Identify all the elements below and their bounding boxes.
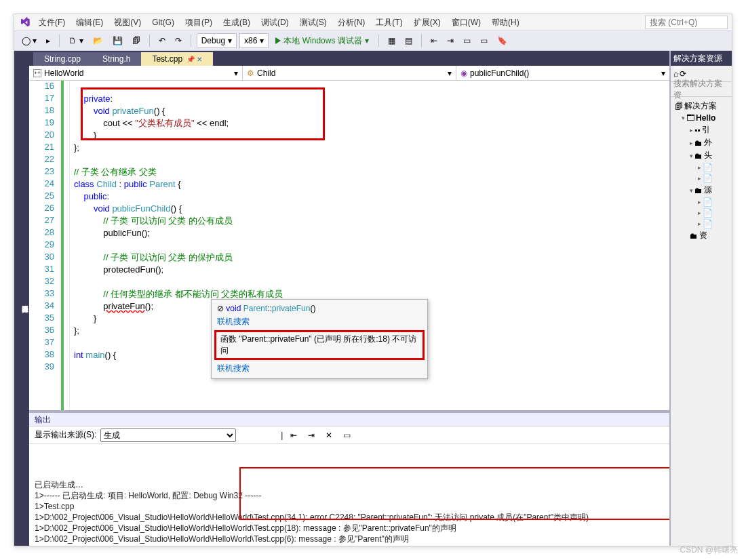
tooltip-search-link-2[interactable]: 联机搜索 [212, 361, 427, 376]
tab-string-cpp[interactable]: String.cpp [33, 52, 92, 66]
separator [149, 35, 150, 47]
tree-references[interactable]: ▸▪▪ 引 [672, 123, 730, 136]
tool-icon[interactable]: ▦ [385, 33, 399, 48]
document-tabs: String.cpp String.h Test.cpp📌 ✕ [29, 51, 669, 66]
menu-help[interactable]: 帮助(H) [488, 16, 524, 30]
tree-file[interactable]: ▸📄 [672, 218, 730, 229]
output-toolbar: 显示输出来源(S): 生成 | ⇤ ⇥ ✕ ▭ [29, 426, 669, 444]
fold-column[interactable] [60, 81, 70, 410]
separator [421, 35, 422, 47]
separator [378, 35, 379, 47]
save-all-button[interactable]: 🗐 [129, 33, 144, 48]
indent-out-icon[interactable]: ⇤ [427, 33, 441, 48]
undo-button[interactable]: ↶ [155, 33, 169, 48]
solution-tree[interactable]: 🗐 解决方案 ▾🗔 Hello ▸▪▪ 引 ▸🖿 外 ▾🖿 头 ▸📄 ▸📄 ▾🖿… [671, 97, 732, 245]
comment-icon[interactable]: ▭ [460, 33, 474, 48]
menu-bar: 文件(F) 编辑(E) 视图(V) Git(G) 项目(P) 生成(B) 调试(… [14, 14, 732, 31]
quick-search[interactable] [645, 16, 728, 29]
play-icon [275, 37, 281, 44]
config-dropdown[interactable]: Debug ▾ [197, 33, 237, 48]
tooltip-signature: ⊘ void Parent::privateFun() [212, 302, 427, 315]
menu-window[interactable]: 窗口(W) [448, 16, 485, 30]
tree-solution-root[interactable]: 🗐 解决方案 [672, 100, 730, 113]
menu-extensions[interactable]: 扩展(X) [410, 16, 445, 30]
tool-icon[interactable]: ▤ [401, 33, 416, 48]
tab-test-cpp[interactable]: Test.cpp📌 ✕ [141, 52, 212, 66]
save-button[interactable]: 💾 [109, 33, 126, 48]
solution-explorer-title: 解决方案资源管 [671, 51, 732, 66]
menu-file[interactable]: 文件(F) [35, 16, 69, 30]
out-tool-icon[interactable]: ✕ [322, 428, 336, 443]
solution-search[interactable]: 搜索解决方案资 [671, 82, 732, 97]
separator [191, 35, 191, 47]
class-dropdown[interactable]: ⚙Child▾ [243, 66, 456, 80]
output-panel: 输出 显示输出来源(S): 生成 | ⇤ ⇥ ✕ ▭ 已启动生成…1>-----… [29, 410, 669, 546]
output-source-label: 显示输出来源(S): [35, 429, 96, 441]
menu-debug[interactable]: 调试(D) [257, 16, 293, 30]
tree-headers[interactable]: ▾🖿 头 [672, 149, 730, 162]
new-item-button[interactable]: 🗋 ▾ [65, 33, 86, 48]
nav-back-button[interactable]: ◯ ▾ [18, 33, 40, 48]
menu-view[interactable]: 视图(V) [110, 16, 145, 30]
redo-button[interactable]: ↷ [172, 33, 185, 48]
solution-explorer: 解决方案资源管 ⌂ ⟳ 搜索解决方案资 🗐 解决方案 ▾🗔 Hello ▸▪▪ … [669, 51, 732, 546]
quick-search-input[interactable] [646, 18, 727, 27]
tooltip-error-message: 函数 "Parent::privateFun" (已声明 所在行数:18) 不可… [214, 330, 425, 360]
run-button[interactable]: 本地 Windows 调试器 ▾ [271, 33, 372, 48]
tree-file[interactable]: ▸📄 [672, 207, 730, 218]
watermark: CSDN @韩曙亮 [680, 544, 738, 556]
menu-build[interactable]: 生成(B) [219, 16, 254, 30]
menu-tools[interactable]: 工具(T) [372, 16, 406, 30]
open-button[interactable]: 📂 [90, 33, 106, 48]
tree-file[interactable]: ▸📄 [672, 197, 730, 207]
output-text[interactable]: 已启动生成…1>------ 已启动生成: 项目: HelloWorld, 配置… [29, 444, 669, 546]
output-title: 输出 [29, 413, 669, 426]
tree-project[interactable]: ▾🗔 Hello [672, 113, 730, 123]
menu-analyze[interactable]: 分析(N) [334, 16, 370, 30]
indent-in-icon[interactable]: ⇥ [444, 33, 457, 48]
menu-edit[interactable]: 编辑(E) [72, 16, 107, 30]
tree-sources[interactable]: ▾🖿 源 [672, 184, 730, 197]
cpp-icon: ++ [33, 69, 41, 77]
tree-file[interactable]: ▸📄 [672, 173, 730, 184]
tree-external[interactable]: ▸🖿 外 [672, 136, 730, 149]
toolbar: ◯ ▾ ▸ 🗋 ▾ 📂 💾 🗐 ↶ ↷ Debug ▾ x86 ▾ 本地 Win… [14, 31, 732, 51]
scope-dropdown[interactable]: ++HelloWorld▾ [29, 66, 243, 80]
tree-file[interactable]: ▸📄 [672, 162, 730, 173]
separator [59, 35, 60, 47]
tooltip-search-link[interactable]: 联机搜索 [212, 315, 427, 329]
member-dropdown[interactable]: ◉publicFunChild()▾ [456, 66, 669, 80]
out-tool-icon[interactable]: ⇥ [305, 428, 318, 443]
nav-fwd-button[interactable]: ▸ [43, 33, 54, 48]
pin-icon[interactable]: 📌 ✕ [186, 56, 202, 63]
output-source-dropdown[interactable]: 生成 [100, 428, 236, 442]
code-editor[interactable]: 1617181920212223242526272829303132333435… [29, 81, 669, 410]
menu-git[interactable]: Git(G) [148, 16, 178, 28]
home-icon[interactable]: ⌂ [673, 69, 678, 79]
refresh-icon[interactable]: ⟳ [680, 69, 686, 79]
nav-bar: ++HelloWorld▾ ⚙Child▾ ◉publicFunChild()▾ [29, 66, 669, 81]
tab-string-h[interactable]: String.h [92, 52, 141, 66]
out-tool-icon[interactable]: ▭ [340, 428, 354, 443]
menu-project[interactable]: 项目(P) [181, 16, 216, 30]
menu-test[interactable]: 测试(S) [296, 16, 331, 30]
left-tool-strip: 服务器资源管理器 工具箱 [14, 51, 29, 546]
out-tool-icon[interactable]: ⇤ [287, 428, 300, 443]
vs-logo-icon [18, 16, 32, 29]
platform-dropdown[interactable]: x86 ▾ [239, 33, 269, 48]
uncomment-icon[interactable]: ▭ [477, 33, 491, 48]
bookmark-icon[interactable]: 🔖 [494, 33, 511, 48]
line-gutter: 1617181920212223242526272829303132333435… [29, 81, 60, 410]
error-tooltip: ⊘ void Parent::privateFun() 联机搜索 函数 "Par… [211, 299, 428, 379]
tree-resources[interactable]: 🖿 资 [672, 229, 730, 242]
